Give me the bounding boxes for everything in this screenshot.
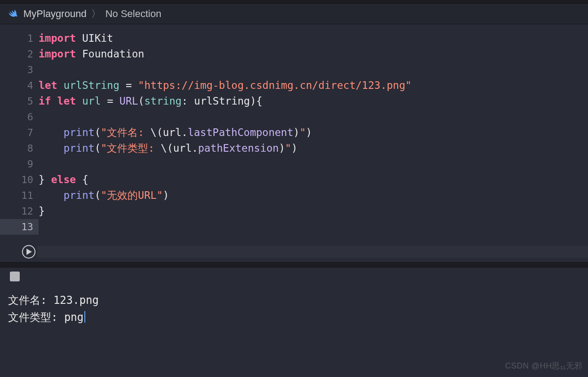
window-top-strip bbox=[0, 0, 588, 4]
text-cursor bbox=[84, 311, 85, 323]
line-number: 11 bbox=[0, 188, 39, 203]
console-line: 文件类型: png bbox=[8, 309, 580, 326]
console-output[interactable]: 文件名: 123.png文件类型: pngCSDN @HH思₁₁无邪 bbox=[0, 285, 588, 377]
code-area[interactable]: import UIKitimport Foundation let urlStr… bbox=[39, 24, 588, 262]
code-line[interactable]: import UIKit bbox=[39, 31, 588, 46]
code-line[interactable]: } bbox=[39, 203, 588, 219]
code-line[interactable] bbox=[39, 156, 588, 172]
code-line[interactable] bbox=[39, 62, 588, 78]
code-line[interactable]: print("无效的URL") bbox=[39, 188, 588, 203]
code-line[interactable]: let urlString = "https://img-blog.csdnim… bbox=[39, 78, 588, 93]
code-line[interactable]: if let url = URL(string: urlString){ bbox=[39, 93, 588, 109]
line-number: 4 bbox=[0, 78, 39, 93]
stop-button[interactable] bbox=[10, 272, 20, 281]
line-number: 9 bbox=[0, 156, 39, 172]
line-gutter: 12345678910111213 bbox=[0, 24, 39, 262]
run-button[interactable] bbox=[22, 245, 35, 259]
code-editor[interactable]: 12345678910111213 import UIKitimport Fou… bbox=[0, 24, 588, 262]
code-line[interactable]: import Foundation bbox=[39, 46, 588, 62]
code-line[interactable]: print("文件名: \(url.lastPathComponent)") bbox=[39, 125, 588, 140]
line-number: 8 bbox=[0, 140, 39, 156]
line-number: 10 bbox=[0, 172, 39, 188]
line-number: 7 bbox=[0, 125, 39, 140]
code-line[interactable] bbox=[39, 109, 588, 125]
execute-row bbox=[22, 244, 588, 259]
breadcrumb-selection: No Selection bbox=[105, 8, 162, 20]
code-line[interactable]: } else { bbox=[39, 172, 588, 188]
line-number: 6 bbox=[0, 109, 39, 125]
console-toolbar bbox=[0, 267, 588, 285]
breadcrumb[interactable]: MyPlayground 〉 No Selection bbox=[0, 4, 588, 24]
line-number: 13 bbox=[0, 219, 39, 235]
line-number: 12 bbox=[0, 203, 39, 219]
swift-icon bbox=[8, 9, 19, 19]
play-icon bbox=[26, 249, 32, 255]
line-number: 3 bbox=[0, 62, 39, 78]
chevron-right-icon: 〉 bbox=[91, 7, 101, 21]
pane-divider[interactable] bbox=[0, 262, 588, 267]
line-number: 2 bbox=[0, 46, 39, 62]
line-number: 5 bbox=[0, 93, 39, 109]
line-number: 1 bbox=[0, 31, 39, 46]
breadcrumb-file[interactable]: MyPlayground bbox=[23, 8, 87, 20]
code-line[interactable]: print("文件类型: \(url.pathExtension)") bbox=[39, 140, 588, 156]
code-line[interactable] bbox=[39, 219, 588, 235]
watermark: CSDN @HH思₁₁无邪 bbox=[505, 357, 583, 374]
console-line: 文件名: 123.png bbox=[8, 292, 580, 309]
